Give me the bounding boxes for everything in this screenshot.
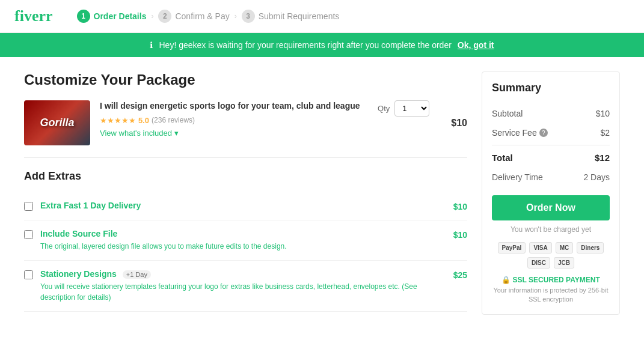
extra-badge-2: +1 Day: [123, 270, 151, 279]
extra-desc-2: You will receive stationery templates fe…: [40, 281, 446, 303]
extra-name-1[interactable]: Include Source File: [40, 229, 117, 238]
summary-delivery-row: Delivery Time 2 Days: [492, 168, 610, 187]
subtotal-value: $10: [596, 109, 610, 118]
step-arrow-1: ›: [151, 12, 153, 20]
service-fee-label: Service Fee: [492, 128, 537, 138]
package-qty-section: Qty 1 2 3: [378, 100, 429, 117]
qty-label: Qty: [378, 104, 390, 113]
service-fee-label-group: Service Fee ?: [492, 128, 548, 138]
package-price: $10: [451, 118, 467, 129]
step-1-label: Order Details: [94, 11, 147, 21]
extra-item-2: Stationery Designs +1 Day You will recei…: [24, 261, 467, 312]
qty-select[interactable]: 1 2 3: [394, 100, 429, 117]
step-2: 2 Confirm & Pay: [158, 10, 229, 23]
extra-name-2[interactable]: Stationery Designs: [40, 269, 117, 279]
step-3-circle: 3: [242, 10, 255, 23]
package-rating: 5.0: [138, 116, 149, 125]
main-container: Customize Your Package Gorilla I will de…: [0, 57, 644, 329]
summary-service-fee-row: Service Fee ? $2: [492, 123, 610, 142]
extra-checkbox-2[interactable]: [24, 270, 33, 279]
summary-subtotal-row: Subtotal $10: [492, 104, 610, 123]
extra-info-0: Extra Fast 1 Day Delivery: [40, 201, 446, 210]
payment-mc: MC: [556, 242, 574, 253]
payment-discover: DISC: [527, 257, 550, 269]
step-1-circle: 1: [77, 10, 90, 23]
extra-price-1: $10: [453, 229, 467, 240]
step-arrow-2: ›: [235, 12, 237, 20]
step-3: 3 Submit Requirements: [242, 10, 340, 23]
steps-nav: 1 Order Details › 2 Confirm & Pay › 3 Su…: [77, 10, 340, 23]
payment-paypal: PayPal: [498, 242, 526, 253]
package-details: I will design energetic sports logo for …: [100, 100, 368, 138]
extra-info-2: Stationery Designs +1 Day You will recei…: [40, 269, 446, 303]
total-label: Total: [492, 153, 513, 163]
package-reviews: (236 reviews): [152, 116, 195, 124]
notification-message: Hey! geekex is waiting for your requirem…: [159, 40, 451, 50]
extra-name-0[interactable]: Extra Fast 1 Day Delivery: [40, 201, 141, 210]
not-charged-text: You won't be charged yet: [492, 225, 610, 234]
extra-desc-1: The original, layered design file allows…: [40, 241, 446, 252]
fiverr-logo: fiverr: [14, 7, 53, 25]
payment-visa: VISA: [529, 242, 551, 253]
summary-title: Summary: [492, 82, 610, 94]
package-title: I will design energetic sports logo for …: [100, 100, 368, 112]
content-area: Customize Your Package Gorilla I will de…: [24, 71, 467, 315]
service-fee-help-icon[interactable]: ?: [539, 129, 548, 137]
extras-section: Add Extras Extra Fast 1 Day Delivery $10…: [24, 170, 467, 312]
ssl-info: 🔒 SSL SECURED PAYMENT Your information i…: [492, 276, 610, 305]
ssl-desc: Your information is protected by 256-bit…: [492, 286, 610, 305]
view-included-link[interactable]: View what's included ▾: [100, 129, 179, 138]
payment-icons: PayPal VISA MC Diners DISC JCB: [492, 242, 610, 269]
extra-checkbox-0[interactable]: [24, 202, 33, 211]
delivery-label: Delivery Time: [492, 172, 543, 182]
service-fee-value: $2: [600, 128, 610, 138]
extra-price-0: $10: [453, 201, 467, 211]
package-stars: ★★★★★: [100, 116, 136, 125]
summary-total-row: Total $12: [492, 145, 610, 168]
extra-item-0: Extra Fast 1 Day Delivery $10: [24, 192, 467, 220]
extra-item-1: Include Source File The original, layere…: [24, 220, 467, 261]
package-item: Gorilla I will design energetic sports l…: [24, 100, 467, 158]
step-2-label: Confirm & Pay: [175, 11, 229, 21]
step-2-circle: 2: [158, 10, 171, 23]
header: fiverr 1 Order Details › 2 Confirm & Pay…: [0, 0, 644, 33]
summary-box: Summary Subtotal $10 Service Fee ? $2 To…: [482, 71, 620, 315]
extra-price-2: $25: [453, 269, 467, 280]
payment-jcb: JCB: [554, 257, 574, 269]
info-icon: ℹ: [150, 40, 153, 50]
subtotal-label: Subtotal: [492, 109, 523, 118]
ssl-badge: 🔒 SSL SECURED PAYMENT: [492, 276, 610, 284]
total-value: $12: [595, 153, 610, 163]
notification-action[interactable]: Ok, got it: [458, 40, 494, 50]
extras-title: Add Extras: [24, 170, 467, 183]
extra-info-1: Include Source File The original, layere…: [40, 229, 446, 252]
step-3-label: Submit Requirements: [259, 11, 340, 21]
page-title: Customize Your Package: [24, 71, 467, 88]
step-1: 1 Order Details: [77, 10, 147, 23]
payment-diners: Diners: [577, 242, 604, 253]
notification-banner: ℹ Hey! geekex is waiting for your requir…: [0, 33, 644, 57]
sidebar: Summary Subtotal $10 Service Fee ? $2 To…: [482, 71, 620, 315]
package-image-label: Gorilla: [40, 117, 74, 129]
package-image: Gorilla: [24, 100, 90, 145]
order-now-button[interactable]: Order Now: [492, 195, 610, 220]
extra-checkbox-1[interactable]: [24, 230, 33, 239]
delivery-value: 2 Days: [583, 172, 610, 182]
